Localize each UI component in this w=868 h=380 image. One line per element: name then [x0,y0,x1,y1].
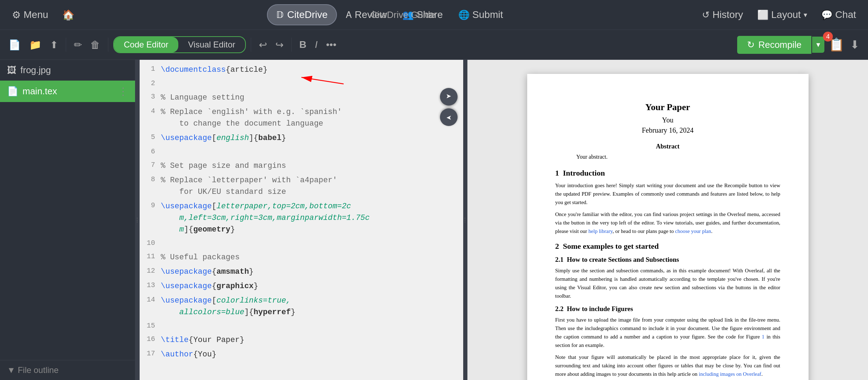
file-name-frog: frog.jpg [20,65,51,76]
code-line-9: 9 \usepackage[letterpaper,top=2cm,bottom… [140,199,463,237]
pdf-subsection-21: 2.1 How to create Sections and Subsectio… [555,256,780,264]
versions-icon[interactable]: 📋 4 [826,34,847,55]
bold-button[interactable]: B [296,36,309,53]
tex-icon: 📄 [7,86,18,97]
layout-icon: ⬜ [757,10,768,20]
pdf-subsection-22-num: 2.2 [555,305,564,312]
file-item-frog[interactable]: 🖼 frog.jpg [0,60,135,81]
pdf-date: February 16, 2024 [555,126,780,134]
pdf-abstract-title: Abstract [555,143,780,150]
layout-chevron: ▾ [804,11,807,19]
file-tree-sidebar: 🖼 frog.jpg 📄 main.tex ⋮ ▼ File outline [0,60,135,380]
pdf-subsection-22: 2.2 How to include Figures [555,305,780,313]
pdf-section-1-body2: Once you're familiar with the editor, yo… [555,210,780,235]
badge-count: 4 [823,32,833,42]
file-outline-toggle[interactable]: ▼ File outline [0,360,135,380]
code-line-16: 16 \title{Your Paper} [140,333,463,347]
help-library-link[interactable]: help library [588,228,613,234]
image-icon: 🖼 [7,65,16,76]
pdf-section-2-title: Some examples to get started [563,242,659,251]
delete-icon[interactable]: 🗑 [88,36,103,53]
history-button[interactable]: ↺ History [696,4,749,25]
toolbar-separator-3 [251,38,251,52]
pdf-subsection-22-body2: Note that your figure will automatically… [555,353,780,378]
layout-button[interactable]: ⬜ Layout ▾ [751,4,813,25]
choose-plan-link[interactable]: choose your plan [675,228,711,234]
submit-button[interactable]: 🌐 Submit [452,4,509,25]
code-editor-panel[interactable]: 1 \documentclass{article} 2 3 % Language… [140,60,463,380]
chat-label: Chat [835,9,856,20]
project-title: CiteDrive Guide [364,10,442,20]
home-button[interactable]: 🏠 [56,4,81,25]
code-line-2: 2 [140,77,463,90]
recompile-icon: ↻ [747,39,755,50]
code-line-7: 7 % Set page size and margins [140,159,463,173]
recompile-dropdown-button[interactable]: ▾ [812,37,824,53]
resize-handle-editor[interactable]: ⋮ [463,60,467,380]
resize-handle-sidebar[interactable]: ⋮ [135,60,140,380]
pdf-subsection-21-num: 2.1 [555,256,564,263]
pdf-subsection-22-title: How to include Figures [567,305,633,312]
pdf-abstract-text: Your abstract. [555,154,780,160]
new-file-icon[interactable]: 📄 [6,36,24,53]
recompile-label: Recompile [758,39,802,50]
pdf-subsection-22-body1: First you have to upload the image file … [555,316,780,349]
menu-icon: ⚙ [12,9,21,21]
new-folder-icon[interactable]: 📁 [26,36,44,53]
scroll-down-arrow[interactable]: ➤ [440,108,458,126]
code-line-12: 12 \usepackage{amsmath} [140,265,463,279]
toolbar-separator-2 [108,38,108,52]
main-content: 🖼 frog.jpg 📄 main.tex ⋮ ▼ File outline ⋮… [0,60,868,380]
citedrive-button[interactable]: 𝔻 CiteDrive [267,4,337,25]
pdf-section-1-title: Introduction [563,169,605,177]
code-line-3: 3 % Language setting [140,90,463,105]
file-outline-label: ▼ File outline [7,365,58,375]
editor-toolbar: 📄 📁 ⬆ ✏ 🗑 Code Editor Visual Editor ↩ ↪ … [0,30,868,60]
code-line-6: 6 [140,145,463,159]
download-icon[interactable]: ⬇ [847,35,862,54]
upload-icon[interactable]: ⬆ [47,36,61,53]
italic-button[interactable]: I [312,36,320,53]
pdf-section-2-num: 2 [555,242,559,251]
history-label: History [713,9,743,20]
scroll-up-arrow[interactable]: ➤ [440,88,458,106]
submit-label: Submit [472,9,503,20]
file-item-main[interactable]: 📄 main.tex ⋮ [0,81,135,102]
redo-button[interactable]: ↪ [273,36,286,53]
chat-icon: 💬 [821,10,832,20]
toolbar-separator-4 [291,38,292,52]
review-icon: Ꭺ [346,10,352,20]
citedrive-label: CiteDrive [287,9,327,20]
including-images-link[interactable]: including images on Overleaf [699,371,761,377]
citedrive-icon: 𝔻 [276,10,283,20]
pdf-subsection-21-title: How to create Sections and Subsections [567,256,679,263]
submit-icon: 🌐 [458,10,470,20]
chat-button[interactable]: 💬 Chat [815,4,862,25]
visual-editor-button[interactable]: Visual Editor [178,37,245,52]
pdf-author: You [555,116,780,124]
pdf-subsection-21-body: Simply use the section and subsection co… [555,266,780,300]
edit-icon[interactable]: ✏ [71,36,85,53]
pdf-section-1-num: 1 [555,169,559,177]
toolbar-separator-1 [66,38,66,52]
code-line-15: 15 [140,319,463,333]
more-button[interactable]: ••• [323,36,339,53]
code-line-11: 11 % Useful packages [140,250,463,265]
code-line-4: 4 % Replace `english' with e.g. `spanish… [140,105,463,131]
top-navigation: ⚙ Menu 🏠 CiteDrive Guide 𝔻 CiteDrive Ꭺ R… [0,0,868,30]
code-line-1: 1 \documentclass{article} [140,63,463,77]
menu-button[interactable]: ⚙ Menu [6,4,55,25]
code-editor-button[interactable]: Code Editor [114,37,178,52]
editor-mode-toggle: Code Editor Visual Editor [113,36,246,53]
figure-1-link[interactable]: 1 [762,334,765,340]
home-icon: 🏠 [62,9,75,21]
file-options-icon[interactable]: ⋮ [118,86,128,97]
code-lines-container: 1 \documentclass{article} 2 3 % Language… [140,60,463,365]
code-line-5: 5 \usepackage[english]{babel} [140,131,463,145]
undo-button[interactable]: ↩ [256,36,270,53]
pdf-title: Your Paper [555,102,780,113]
pdf-section-1: 1 Introduction [555,169,780,178]
recompile-button[interactable]: ↻ Recompile [737,36,811,54]
pdf-section-2: 2 Some examples to get started [555,242,780,251]
pdf-preview-panel[interactable]: Your Paper You February 16, 2024 Abstrac… [467,60,868,380]
